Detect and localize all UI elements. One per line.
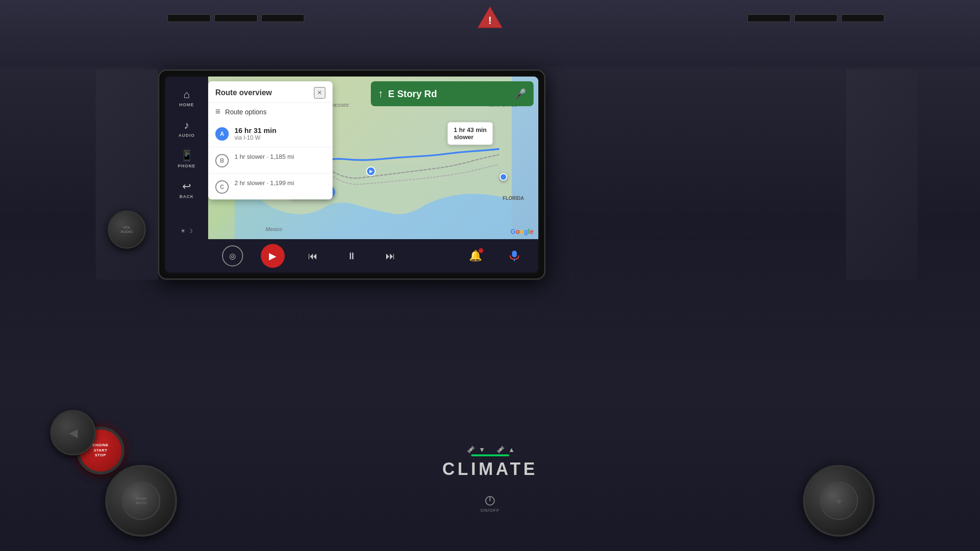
media-mic-button[interactable] [504,245,525,266]
knob-inner-label-left: PUSHAUTO [136,496,146,505]
map-pin-end [500,173,507,181]
back-icon: ↩ [182,180,191,193]
vent-slot [214,14,257,22]
mic-icon [508,249,521,263]
svg-text:!: ! [488,14,491,26]
route-a-info: 16 hr 31 min via I-10 W [234,126,325,141]
route-a-time: 16 hr 31 min [234,126,325,134]
warning-triangle: ! [477,6,503,31]
fan-speed-down-button[interactable]: ▼ [465,444,485,455]
notification-button[interactable]: 🔔 [465,245,486,266]
route-options-label: Route options [225,108,267,116]
route-options-icon: ≡ [215,107,221,117]
slower-line2: slower [454,133,487,141]
screen: ⌂ HOME ♪ AUDIO 📱 PHONE ↩ BACK ☀ ☽ [165,77,538,273]
route-b-info: 1 hr slower · 1,185 mi [234,153,325,160]
nav-street-name: E Story Rd [388,88,510,99]
climate-indicator-bar [471,454,509,456]
media-pause-icon: ⏸ [347,251,356,262]
florida-label: FLORIDA [503,196,524,201]
route-overview-panel: Route overview × ≡ Route options A 16 hr… [208,81,333,199]
climate-fan-controls: ▼ ▲ [465,444,515,455]
sidebar-item-back[interactable]: ↩ BACK [167,176,206,204]
route-overview-title: Route overview [215,88,272,97]
fan-up-arrow: ▲ [508,446,515,453]
route-c-info: 2 hr slower · 1,199 mi [234,179,325,187]
slower-line1: 1 hr 43 min [454,126,487,133]
vent-slot [747,14,791,22]
route-speed-icon-2: ▶ [366,166,376,176]
route-slower-bubble: 1 hr 43 min slower [447,122,493,145]
route-options-button[interactable]: ≡ Route options [208,102,333,121]
route-item-a[interactable]: A 16 hr 31 min via I-10 W [208,121,333,147]
sidebar-back-label: BACK [179,194,194,199]
onoff-label: ON/OFF [480,508,500,513]
brightness-controls[interactable]: ☀ ☽ [180,228,193,234]
left-vents [167,14,304,22]
climate-label-section: CLIMATE [442,454,537,479]
audio-icon: ♪ [184,119,189,132]
route-badge-b: B [215,154,229,167]
fan-icon-2 [495,444,506,455]
phone-icon: 📱 [180,150,193,162]
vent-slot [794,14,837,22]
nav-knob-arrow: ◀ [69,426,78,440]
right-sidebar-physical [846,69,918,280]
knob-inner-label-right: ◎ [837,498,841,504]
route-item-b[interactable]: B 1 hr slower · 1,185 mi [208,147,333,174]
route-c-detail: 2 hr slower · 1,199 mi [234,179,325,187]
svg-rect-3 [512,251,517,257]
vent-slot [261,14,304,22]
nav-direction-arrow-icon: ↑ [378,88,383,100]
right-vents [747,14,884,22]
climate-onoff-button[interactable]: ON/OFF [480,496,500,513]
media-prev-icon: ⏮ [308,251,318,262]
engine-btn-text: ENGINE START STOP [92,443,109,458]
temperature-knob-left[interactable]: PUSHAUTO [105,465,177,537]
media-play-button[interactable]: ▶ [261,244,285,268]
notification-dot [479,248,483,253]
sidebar-phone-label: PHONE [178,164,195,168]
temperature-knob-right[interactable]: ◎ [803,465,875,537]
route-badge-a: A [215,127,229,141]
power-icon [485,496,495,506]
bottom-dashboard: ENGINE START STOP PUSHAUTO ▼ [0,398,980,551]
fan-speed-up-button[interactable]: ▲ [495,444,515,455]
sidebar-audio-label: AUDIO [178,133,195,138]
knob-inner-right: ◎ [820,482,858,520]
fan-down-arrow: ▼ [479,446,485,453]
media-controls-bar: ◎ ▶ ⏮ ⏸ ⏭ 🔔 [208,239,538,273]
vent-slot [167,14,211,22]
screen-bezel: ⌂ HOME ♪ AUDIO 📱 PHONE ↩ BACK ☀ ☽ [158,69,546,280]
climate-label: CLIMATE [442,459,537,479]
svg-point-6 [499,448,502,451]
top-vent-area: ! [0,0,980,67]
sidebar: ⌂ HOME ♪ AUDIO 📱 PHONE ↩ BACK ☀ ☽ [165,77,208,273]
route-close-button[interactable]: × [314,87,325,99]
vent-slot [841,14,884,22]
media-next-icon: ⏭ [386,251,395,262]
nav-direction-bar: ↑ E Story Rd 🎤 [371,81,534,106]
vol-audio-knob[interactable]: VOL AUDIO [108,210,146,249]
fan-icon [465,444,477,455]
svg-point-5 [469,448,472,451]
media-circle-icon: ◎ [229,252,236,261]
brightness-moon-icon: ☽ [188,228,193,234]
route-item-c[interactable]: C 2 hr slower · 1,199 mi [208,174,333,199]
sidebar-item-home[interactable]: ⌂ HOME [167,84,206,112]
home-icon: ⌂ [183,88,189,101]
media-prev-button[interactable]: ⏮ [302,245,323,266]
knob-inner-left: PUSHAUTO [122,482,160,520]
nav-knob-left[interactable]: ◀ [50,410,96,455]
media-next-button[interactable]: ⏭ [380,245,401,266]
media-circle-button[interactable]: ◎ [222,245,243,266]
vol-label: VOL AUDIO [121,225,133,234]
sidebar-home-label: HOME [179,102,194,107]
route-badge-c: C [215,180,229,194]
media-pause-button[interactable]: ⏸ [341,245,362,266]
sidebar-item-audio[interactable]: ♪ AUDIO [167,114,206,143]
sidebar-item-phone[interactable]: 📱 PHONE [167,145,206,173]
media-play-icon: ▶ [269,250,276,262]
route-b-detail: 1 hr slower · 1,185 mi [234,153,325,160]
nav-mic-icon[interactable]: 🎤 [514,88,526,99]
